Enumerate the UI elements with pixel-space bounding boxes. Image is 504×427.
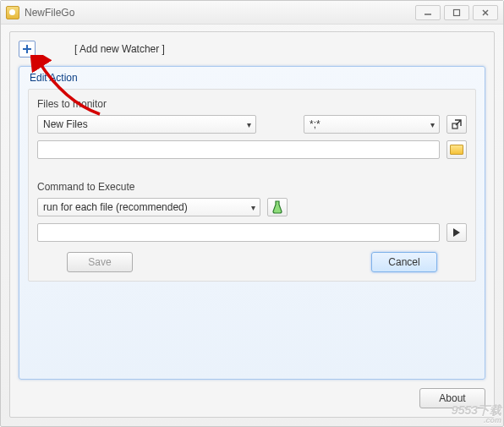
monitor-path-input[interactable] (37, 140, 440, 159)
maximize-icon (452, 8, 461, 17)
footer-row: About (19, 388, 485, 408)
edit-action-group: Edit Action Files to monitor New Files ▾… (19, 66, 485, 380)
window-controls (415, 5, 498, 20)
minimize-icon (424, 8, 432, 17)
app-icon (6, 6, 19, 19)
folder-icon (450, 145, 463, 155)
test-command-button[interactable] (267, 198, 288, 216)
plus-icon (22, 44, 32, 54)
run-mode-combo-value: run for each file (recommended) (43, 201, 188, 213)
close-button[interactable] (473, 5, 498, 20)
file-filter-combo-value: *;* (310, 118, 320, 130)
files-section-title: Files to monitor (37, 98, 467, 110)
save-button-label: Save (88, 256, 111, 268)
flask-icon (271, 200, 283, 214)
main-panel: [ Add new Watcher ] Edit Action Files to… (9, 31, 495, 418)
play-icon (453, 228, 460, 237)
chevron-down-icon: ▾ (430, 120, 435, 129)
save-button[interactable]: Save (67, 252, 133, 272)
about-button-label: About (439, 392, 465, 404)
run-mode-combo[interactable]: run for each file (recommended) ▾ (37, 198, 260, 216)
add-watcher-label: [ Add new Watcher ] (74, 43, 165, 55)
edit-action-legend: Edit Action (28, 72, 476, 84)
title-bar: NewFileGo (1, 1, 503, 25)
chevron-down-icon: ▾ (251, 203, 255, 212)
command-section-title: Command to Execute (37, 181, 467, 193)
file-type-combo[interactable]: New Files ▾ (37, 115, 256, 134)
expand-filter-button[interactable] (446, 115, 467, 134)
close-icon (481, 8, 490, 17)
files-row-2 (37, 140, 467, 159)
about-button[interactable]: About (419, 388, 485, 408)
command-row-2 (37, 223, 467, 242)
client-area: [ Add new Watcher ] Edit Action Files to… (1, 25, 503, 426)
chevron-down-icon: ▾ (247, 120, 251, 129)
svg-rect-1 (454, 9, 460, 15)
run-command-button[interactable] (446, 223, 467, 242)
cancel-button[interactable]: Cancel (371, 252, 437, 272)
add-watcher-button[interactable] (19, 41, 36, 57)
expand-icon (452, 119, 462, 129)
app-window: NewFileGo [ Add new (0, 0, 504, 427)
files-row-1: New Files ▾ *;* ▾ (37, 115, 467, 134)
minimize-button[interactable] (415, 5, 441, 20)
edit-action-inner: Files to monitor New Files ▾ *;* ▾ (28, 89, 476, 282)
browse-folder-button[interactable] (446, 140, 467, 159)
command-input[interactable] (37, 223, 440, 242)
file-type-combo-value: New Files (43, 118, 88, 130)
window-title: NewFileGo (25, 7, 74, 19)
command-row-1: run for each file (recommended) ▾ (37, 198, 467, 216)
file-filter-combo[interactable]: *;* ▾ (304, 115, 440, 134)
add-watcher-row: [ Add new Watcher ] (19, 41, 485, 57)
edit-buttons-row: Save Cancel (37, 252, 467, 272)
cancel-button-label: Cancel (388, 256, 419, 268)
maximize-button[interactable] (444, 5, 469, 20)
